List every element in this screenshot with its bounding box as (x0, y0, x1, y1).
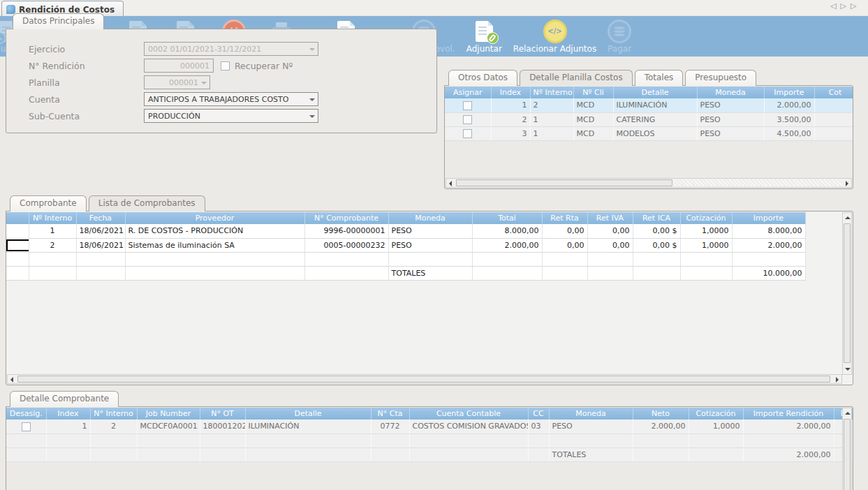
window-tab-bar: Rendición de Costos ◁ ▷ ▷ (0, 0, 868, 16)
tab-scroll-buttons: ◁ ▷ ▷ (830, 1, 868, 10)
planilla-h-scrollbar[interactable] (446, 178, 852, 188)
coins-circle-icon (608, 18, 631, 44)
table-row[interactable]: 1 2 MCDCF0A0001 1800012021 ILUMINACIÓN 0… (6, 420, 853, 433)
totales-importe: 2.000,00 (743, 447, 834, 461)
detalle-planilla-costos-panel: Asignar Index Nº Interno Nº Cli Detalle … (444, 85, 853, 189)
chevron-down-icon (309, 48, 315, 54)
table-row (6, 252, 805, 266)
rendicion-input[interactable]: 000001 (144, 59, 214, 73)
code-circle-icon: </> (543, 18, 567, 44)
col-importe[interactable]: Importe (764, 87, 814, 98)
col-ot[interactable]: N° OT (200, 408, 245, 420)
col-total[interactable]: Total (472, 212, 542, 224)
totales-importe: 10.000,00 (732, 266, 805, 280)
table-row (6, 433, 853, 447)
col-ret-ica[interactable]: Ret ICA (633, 212, 680, 224)
tab-lista-comprobantes[interactable]: Lista de Comprobantes (89, 195, 205, 211)
asignar-checkbox[interactable] (463, 129, 472, 138)
totals-row: TOTALES 10.000,00 (6, 266, 805, 280)
col-importe-rendicion[interactable]: Importe Rendición (743, 408, 834, 420)
tab-presupuesto[interactable]: Presupuesto (685, 70, 756, 86)
chevron-down-icon (309, 98, 315, 104)
col-interno[interactable]: Nº Interno (29, 212, 76, 224)
scroll-up-icon[interactable] (845, 412, 851, 415)
col-neto[interactable]: Neto (633, 408, 689, 420)
tab-detalle-planilla-costos[interactable]: Detalle Planilla Costos (520, 70, 633, 86)
col-ret-iva[interactable]: Ret IVA (587, 212, 633, 224)
col-cotizacion[interactable]: Cotización (689, 408, 743, 420)
planilla-grid: Asignar Index Nº Interno Nº Cli Detalle … (445, 87, 853, 141)
ejercicio-dropdown[interactable]: 0002 01/01/2021-31/12/2021 (144, 42, 318, 56)
col-proveedor[interactable]: Proveedor (125, 212, 304, 224)
detalle-v-scrollbar[interactable] (842, 408, 852, 490)
subcuenta-dropdown[interactable]: PRODUCCIÓN (144, 109, 318, 123)
tab-otros-datos[interactable]: Otros Datos (448, 70, 517, 86)
rendicion-label: N° Rendición (29, 61, 85, 71)
detalle-comprobante-panel: Desasig. Index N° Interno Job Number N° … (6, 406, 853, 490)
col-asignar[interactable]: Asignar (445, 87, 491, 98)
scroll-right-icon[interactable] (836, 377, 839, 383)
subcuenta-label: Sub-Cuenta (29, 111, 80, 121)
scroll-up-icon[interactable] (845, 216, 851, 219)
comprobantes-v-scrollbar[interactable] (842, 212, 852, 375)
totals-row: TOTALES 2.000,00 (6, 447, 853, 461)
col-index[interactable]: Index (46, 408, 90, 420)
scroll-down-icon[interactable] (845, 368, 851, 371)
col-cuenta-contable[interactable]: Cuenta Contable (409, 408, 528, 420)
tab-detalle-comprobante[interactable]: Detalle Comprobante (10, 391, 119, 407)
col-index[interactable]: Index (491, 87, 530, 98)
scroll-right-icon[interactable] (846, 181, 848, 186)
document-attach-icon (476, 18, 493, 44)
totales-label: TOTALES (388, 266, 472, 280)
col-importe[interactable]: Importe (732, 212, 805, 224)
tab-totales[interactable]: Totales (635, 70, 684, 86)
toolbar-button-relacionar-adjuntos[interactable]: </> Relacionar Adjuntos (508, 17, 602, 54)
desasignar-checkbox[interactable] (22, 422, 31, 431)
table-row[interactable]: 2 1 MCD CATERING PESO 3.500,00 (445, 112, 853, 126)
col-moneda[interactable]: Moneda (388, 212, 472, 224)
planilla-dropdown[interactable]: 000001 (144, 75, 210, 89)
col-ret-rta[interactable]: Ret Rta (542, 212, 587, 224)
planilla-label: Planilla (29, 77, 60, 88)
totales-label: TOTALES (549, 447, 633, 461)
table-row[interactable]: 3 1 MCD MODELOS PESO 4.500,00 (445, 126, 853, 140)
col-interno[interactable]: Nº Interno (530, 87, 573, 98)
tab-scroll-prev-icon[interactable]: ◁ (830, 1, 836, 10)
col-moneda[interactable]: Moneda (697, 87, 764, 98)
table-row[interactable]: 2 18/06/2021 Sistemas de iluminación SA … (6, 238, 805, 252)
tab-datos-principales[interactable]: Datos Principales (13, 13, 104, 29)
col-desasig[interactable]: Desasig. (6, 408, 46, 420)
col-cot[interactable]: Cot (814, 87, 853, 98)
asignar-checkbox[interactable] (463, 101, 472, 110)
lista-comprobantes-panel: Nº Interno Fecha Proveedor N° Comprobant… (6, 211, 853, 385)
toolbar-button-adjuntar[interactable]: Adjuntar (461, 17, 508, 54)
comprobantes-h-scrollbar[interactable] (7, 374, 842, 384)
scroll-left-icon[interactable] (10, 377, 13, 383)
col-job-number[interactable]: Job Number (137, 408, 200, 420)
tab-scroll-next-icon[interactable]: ▷ (840, 1, 846, 10)
col-fecha[interactable]: Fecha (76, 212, 125, 224)
asignar-checkbox[interactable] (463, 115, 472, 124)
col-cli[interactable]: Nº Cli (573, 87, 613, 98)
scroll-left-icon[interactable] (449, 181, 452, 186)
chevron-down-icon (309, 115, 315, 121)
toolbar-button-pagar[interactable]: Pagar (602, 17, 637, 54)
comprobantes-grid: Nº Interno Fecha Proveedor N° Comprobant… (6, 212, 806, 281)
col-cta[interactable]: N° Cta (371, 408, 409, 420)
col-interno[interactable]: N° Interno (90, 408, 137, 420)
col-detalle[interactable]: Detalle (613, 87, 697, 98)
col-cc[interactable]: CC (528, 408, 549, 420)
col-comprobante[interactable]: N° Comprobante (304, 212, 388, 224)
table-row[interactable]: 1 2 MCD ILUMINACIÓN PESO 2.000,00 (445, 98, 853, 112)
table-row[interactable]: 1 18/06/2021 R. DE COSTOS - PRODUCCIÓN 9… (6, 224, 805, 238)
datos-principales-panel: Ejercicio 0002 01/01/2021-31/12/2021 N° … (6, 29, 437, 133)
cuenta-dropdown[interactable]: ANTICIPOS A TRABAJADORES COSTO (144, 92, 318, 106)
current-row-marker (6, 239, 29, 251)
col-cotizacion[interactable]: Cotización (680, 212, 732, 224)
col-moneda[interactable]: Moneda (549, 408, 633, 420)
tab-comprobante[interactable]: Comprobante (10, 195, 87, 211)
recuperar-checkbox[interactable] (221, 61, 230, 70)
col-detalle[interactable]: Detalle (245, 408, 371, 420)
tab-scroll-more-icon[interactable]: ▷ (851, 1, 856, 10)
ejercicio-label: Ejercicio (29, 44, 65, 54)
